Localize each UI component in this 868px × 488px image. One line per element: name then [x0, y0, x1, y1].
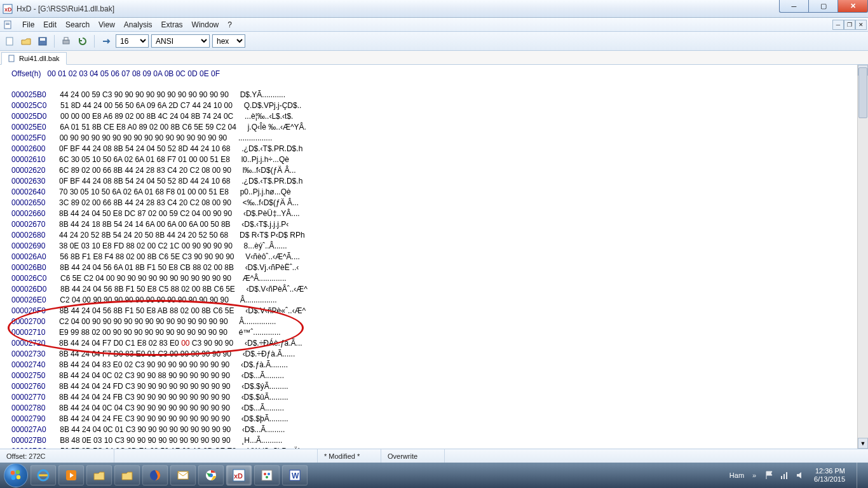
- svg-rect-5: [6, 37, 13, 45]
- window-controls: ─ ▢ ✕: [779, 0, 868, 13]
- minimize-button[interactable]: ─: [779, 0, 808, 13]
- mdi-restore-button[interactable]: ❐: [844, 20, 855, 30]
- menu-help[interactable]: ?: [223, 20, 236, 29]
- menu-extras[interactable]: Extras: [157, 20, 187, 29]
- separator: [94, 35, 95, 48]
- svg-text:xD: xD: [4, 6, 12, 13]
- status-mode: Overwrite: [381, 449, 445, 463]
- flag-icon[interactable]: [764, 470, 775, 480]
- mdi-minimize-button[interactable]: ─: [832, 20, 844, 30]
- taskbar-outlook-button[interactable]: [170, 465, 196, 485]
- vertical-scrollbar[interactable]: ▲ ▼: [857, 65, 868, 449]
- scroll-thumb[interactable]: [858, 67, 867, 118]
- svg-point-13: [11, 476, 15, 480]
- status-bar: Offset: 272C * Modified * Overwrite: [0, 449, 868, 463]
- tray-overflow-icon[interactable]: »: [749, 470, 759, 480]
- svg-rect-31: [786, 472, 787, 479]
- svg-rect-8: [63, 40, 69, 44]
- start-button[interactable]: [4, 463, 28, 487]
- close-button[interactable]: ✕: [837, 0, 868, 13]
- svg-rect-18: [178, 471, 188, 479]
- taskbar-explorer-button[interactable]: [86, 465, 112, 485]
- svg-rect-9: [64, 37, 68, 40]
- taskbar-ie-button[interactable]: [31, 465, 56, 485]
- tray-clock[interactable]: 12:36 PM 6/13/2015: [810, 467, 849, 484]
- title-bar: xD HxD - [G:\RSS\Rui41.dll.bak] ─ ▢ ✕: [0, 0, 868, 18]
- hex-content[interactable]: Offset(h) 00 01 02 03 04 05 06 07 08 09 …: [0, 65, 857, 449]
- menu-view[interactable]: View: [94, 20, 119, 29]
- svg-text:xD: xD: [234, 472, 243, 480]
- svg-point-11: [11, 471, 15, 475]
- document-tab[interactable]: Rui41.dll.bak: [1, 52, 67, 65]
- taskbar-firefox-button[interactable]: [142, 465, 168, 485]
- status-offset: Offset: 272C: [0, 449, 114, 463]
- svg-rect-23: [262, 470, 272, 480]
- svg-point-14: [17, 475, 20, 479]
- document-icon: [3, 20, 13, 30]
- save-button[interactable]: [36, 34, 50, 48]
- show-desktop-button[interactable]: [857, 463, 863, 488]
- mdi-close-button[interactable]: ✕: [855, 20, 867, 30]
- status-modified: * Modified *: [318, 449, 381, 463]
- svg-rect-10: [9, 55, 14, 62]
- menu-edit[interactable]: Edit: [39, 20, 61, 29]
- system-tray: Ham » 12:36 PM 6/13/2015: [729, 463, 864, 488]
- svg-point-12: [16, 470, 20, 474]
- menu-analysis[interactable]: Analysis: [119, 20, 157, 29]
- print-button[interactable]: [59, 34, 73, 48]
- base-select[interactable]: hex: [212, 34, 245, 48]
- status-spacer: [114, 449, 318, 463]
- app-icon: xD: [3, 4, 13, 14]
- taskbar-explorer2-button[interactable]: [114, 465, 140, 485]
- tray-user-label: Ham: [729, 471, 744, 479]
- document-tab-label: Rui41.dll.bak: [19, 55, 60, 62]
- taskbar-hxd-button[interactable]: xD: [226, 465, 252, 485]
- tab-strip: Rui41.dll.bak: [0, 51, 868, 65]
- insert-mode-button[interactable]: [99, 34, 113, 48]
- taskbar-word-button[interactable]: W: [282, 465, 308, 485]
- new-button[interactable]: [3, 34, 17, 48]
- svg-rect-29: [781, 476, 782, 479]
- volume-icon[interactable]: [795, 470, 805, 480]
- menu-search[interactable]: Search: [61, 20, 94, 29]
- svg-point-25: [268, 473, 270, 475]
- svg-point-26: [266, 476, 268, 478]
- menu-window[interactable]: Window: [187, 20, 224, 29]
- taskbar: xD W Ham » 12:36 PM 6/13/2015: [0, 463, 868, 488]
- maximize-button[interactable]: ▢: [808, 0, 837, 13]
- hex-editor[interactable]: Offset(h) 00 01 02 03 04 05 06 07 08 09 …: [0, 65, 868, 449]
- scroll-down-button[interactable]: ▼: [858, 438, 868, 449]
- menu-bar: FileEditSearchViewAnalysisExtrasWindow? …: [0, 18, 868, 32]
- encoding-select[interactable]: ANSI: [151, 34, 210, 48]
- taskbar-chrome-button[interactable]: [198, 465, 224, 485]
- svg-point-24: [264, 473, 266, 475]
- taskbar-media-button[interactable]: [58, 465, 84, 485]
- svg-rect-4: [6, 24, 10, 25]
- svg-rect-7: [40, 38, 45, 41]
- separator: [54, 35, 55, 48]
- svg-rect-3: [6, 23, 10, 24]
- taskbar-paint-button[interactable]: [254, 465, 280, 485]
- svg-rect-30: [783, 474, 785, 479]
- network-icon[interactable]: [780, 470, 790, 480]
- file-icon: [8, 55, 16, 62]
- toolbar: 16 ANSI hex: [0, 32, 868, 51]
- svg-text:W: W: [292, 471, 299, 480]
- menu-file[interactable]: File: [18, 20, 39, 29]
- refresh-button[interactable]: [76, 34, 90, 48]
- bytes-per-row-select[interactable]: 16: [116, 34, 149, 48]
- mdi-controls: ─ ❐ ✕: [832, 20, 868, 30]
- open-dropdown-button[interactable]: [19, 34, 33, 48]
- window-title: HxD - [G:\RSS\Rui41.dll.bak]: [17, 4, 114, 13]
